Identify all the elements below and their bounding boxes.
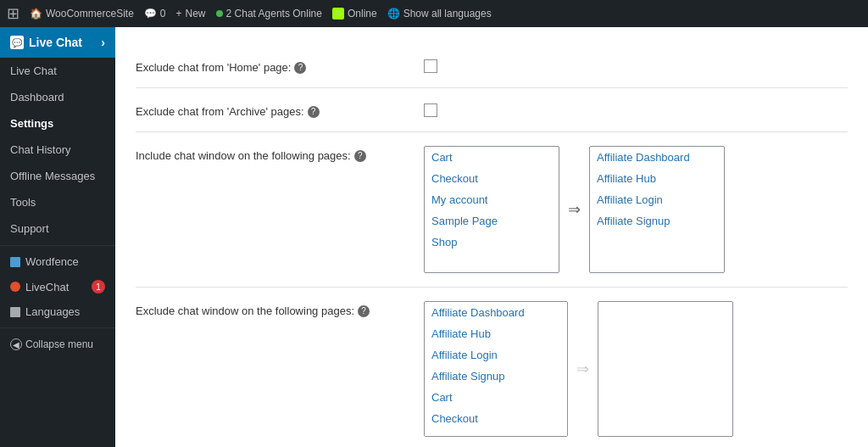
- exclude-pages-control: Affiliate Dashboard Affiliate Hub Affili…: [424, 301, 848, 437]
- sidebar-item-offline-messages[interactable]: Offline Messages: [0, 163, 115, 189]
- exclude-home-row: Exclude chat from 'Home' page: ?: [136, 44, 848, 88]
- list-item[interactable]: Cart: [425, 387, 567, 408]
- show-languages[interactable]: 🌐 Show all languages: [387, 8, 492, 20]
- list-item[interactable]: Affiliate Signup: [425, 366, 567, 387]
- list-item[interactable]: Affiliate Login: [425, 344, 567, 366]
- collapse-menu-button[interactable]: ◀ Collapse menu: [0, 332, 115, 357]
- livechat-logo-icon: 💬: [10, 36, 24, 49]
- exclude-home-help-icon[interactable]: ?: [294, 62, 306, 74]
- list-item[interactable]: Affiliate Dashboard: [425, 302, 567, 323]
- include-pages-label: Include chat window on the following pag…: [136, 146, 407, 162]
- list-item[interactable]: Affiliate Dashboard: [590, 147, 724, 168]
- transfer-right-arrow[interactable]: ⇒: [568, 200, 581, 219]
- exclude-pages-help-icon[interactable]: ?: [358, 305, 370, 317]
- exclude-home-checkbox[interactable]: [424, 59, 437, 73]
- agents-status: 2 Chat Agents Online: [216, 8, 322, 20]
- sidebar: 💬 Live Chat › Live Chat Dashboard Settin…: [0, 27, 115, 447]
- exclude-pages-label: Exclude chat window on the following pag…: [136, 301, 407, 317]
- include-pages-row: Include chat window on the following pag…: [136, 132, 848, 288]
- include-pages-left-list[interactable]: Cart Checkout My account Sample Page Sho…: [424, 146, 559, 273]
- exclude-archive-row: Exclude chat from 'Archive' pages: ?: [136, 88, 848, 132]
- online-status: ✓ Online: [332, 8, 377, 20]
- sidebar-item-wordfence[interactable]: Wordfence: [0, 249, 115, 274]
- exclude-archive-help-icon[interactable]: ?: [308, 106, 320, 118]
- exclude-pages-right-list[interactable]: [598, 301, 733, 437]
- sidebar-header: 💬 Live Chat ›: [0, 27, 115, 58]
- exclude-archive-control: [424, 102, 848, 117]
- list-item[interactable]: Affiliate Hub: [590, 168, 724, 189]
- exclude-home-control: [424, 58, 848, 73]
- exclude-pages-row: Exclude chat window on the following pag…: [136, 288, 848, 447]
- sidebar-item-tools[interactable]: Tools: [0, 189, 115, 215]
- list-item[interactable]: Cart: [425, 147, 559, 168]
- sidebar-item-chat-history[interactable]: Chat History: [0, 137, 115, 163]
- sidebar-item-support[interactable]: Support: [0, 215, 115, 242]
- list-item[interactable]: Affiliate Login: [590, 189, 724, 210]
- list-item[interactable]: Sample Page: [425, 210, 559, 232]
- sidebar-item-livechat[interactable]: Live Chat: [0, 58, 115, 84]
- sidebar-item-languages[interactable]: Languages: [0, 299, 115, 324]
- list-item[interactable]: Checkout: [425, 168, 559, 189]
- site-name[interactable]: 🏠 WooCommerceSite: [30, 8, 134, 20]
- exclude-pages-left-list[interactable]: Affiliate Dashboard Affiliate Hub Affili…: [424, 301, 568, 437]
- wordfence-icon: [10, 257, 20, 267]
- exclude-archive-checkbox[interactable]: [424, 103, 437, 117]
- sidebar-item-livechat-plugin[interactable]: LiveChat 1: [0, 274, 115, 299]
- languages-icon: [10, 307, 20, 317]
- admin-bar: ⊞ 🏠 WooCommerceSite 💬 0 + New 2 Chat Age…: [0, 0, 868, 27]
- collapse-icon: ◀: [10, 338, 22, 350]
- main-layout: 💬 Live Chat › Live Chat Dashboard Settin…: [0, 27, 868, 447]
- wp-logo[interactable]: ⊞: [7, 4, 19, 23]
- transfer-right-arrow-exclude[interactable]: ⇒: [576, 360, 589, 378]
- include-pages-right-list[interactable]: Affiliate Dashboard Affiliate Hub Affili…: [589, 146, 725, 273]
- list-item[interactable]: Checkout: [425, 408, 567, 429]
- include-pages-control: Cart Checkout My account Sample Page Sho…: [424, 146, 848, 273]
- list-item[interactable]: Affiliate Hub: [425, 323, 567, 344]
- list-item[interactable]: My account: [425, 189, 559, 210]
- exclude-archive-label: Exclude chat from 'Archive' pages: ?: [136, 102, 407, 118]
- new-button[interactable]: + New: [176, 8, 206, 20]
- include-pages-transfer: Cart Checkout My account Sample Page Sho…: [424, 146, 848, 273]
- list-item[interactable]: Shop: [425, 232, 559, 253]
- livechat-badge: 1: [92, 280, 105, 293]
- main-content: Exclude chat from 'Home' page: ? Exclude…: [115, 27, 868, 447]
- sidebar-item-settings[interactable]: Settings: [0, 110, 115, 137]
- exclude-pages-transfer: Affiliate Dashboard Affiliate Hub Affili…: [424, 301, 848, 437]
- sidebar-item-dashboard[interactable]: Dashboard: [0, 84, 115, 110]
- list-item[interactable]: My account: [425, 429, 567, 437]
- include-pages-help-icon[interactable]: ?: [354, 150, 366, 162]
- list-item[interactable]: Affiliate Signup: [590, 210, 724, 232]
- livechat-plugin-icon: [10, 282, 20, 292]
- comment-count[interactable]: 💬 0: [144, 8, 166, 20]
- exclude-home-label: Exclude chat from 'Home' page: ?: [136, 58, 407, 74]
